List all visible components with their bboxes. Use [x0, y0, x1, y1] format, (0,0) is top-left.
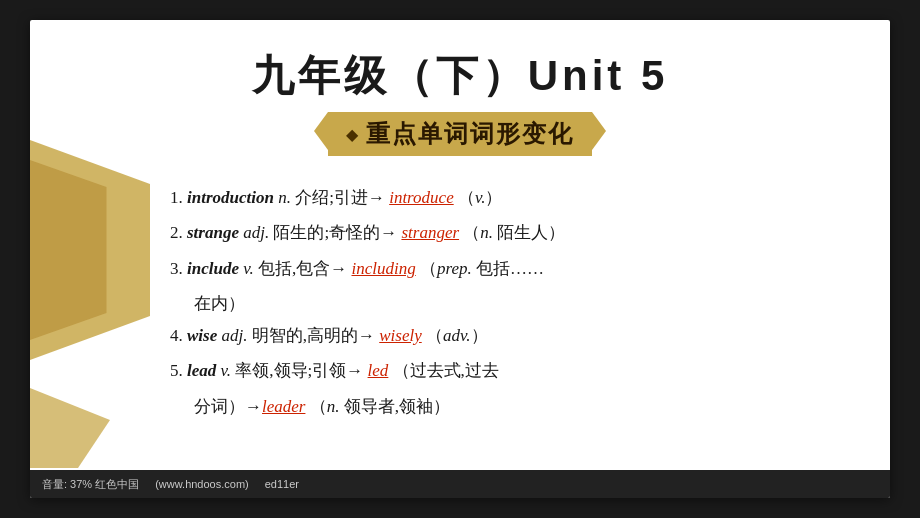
item3-pos: v. 包括,包含→ — [243, 259, 347, 278]
item5-ans-pos2: （n. 领导者,领袖） — [310, 397, 450, 416]
vocab-item-1: 1. introduction n. 介绍;引进→ introduce （v.） — [170, 182, 830, 213]
item2-pos: adj. 陌生的;奇怪的→ — [243, 223, 397, 242]
vocab-item-2: 2. strange adj. 陌生的;奇怪的→ stranger （n. 陌生… — [170, 217, 830, 248]
item4-pos: adj. 明智的,高明的→ — [221, 326, 374, 345]
vocab-item-4: 4. wise adj. 明智的,高明的→ wisely （adv.） — [170, 320, 830, 351]
status-item-volume: 音量: 37% 红色中国 — [42, 477, 139, 492]
item4-word: wise — [187, 326, 217, 345]
item4-number: 4. — [170, 326, 187, 345]
item3-word: include — [187, 259, 239, 278]
item1-word: introduction — [187, 188, 274, 207]
item3-ans-pos: （prep. 包括…… — [420, 259, 544, 278]
item2-number: 2. — [170, 223, 187, 242]
item4-ans-pos: （adv.） — [426, 326, 488, 345]
item2-answer: stranger — [401, 223, 459, 242]
item5-answer1: led — [368, 361, 389, 380]
title-area: 九年级（下）Unit 5 ◆ 重点单词词形变化 — [30, 20, 890, 164]
item5-word: lead — [187, 361, 216, 380]
status-bar: 音量: 37% 红色中国 (www.hndoos.com) ed11er — [30, 470, 890, 498]
slide: 九年级（下）Unit 5 ◆ 重点单词词形变化 1. introduction … — [30, 20, 890, 498]
item2-ans-pos: （n. 陌生人） — [463, 223, 565, 242]
item3-number: 3. — [170, 259, 187, 278]
main-title: 九年级（下）Unit 5 — [30, 48, 890, 104]
item5-continuation: 分词）→leader （n. 领导者,领袖） — [170, 391, 830, 422]
item5-ans-pos1: （过去式,过去 — [393, 361, 499, 380]
vocab-item-5: 5. lead v. 率领,领导;引领→ led （过去式,过去 — [170, 355, 830, 386]
item3-continuation: 在内） — [170, 288, 830, 319]
item5-answer2: leader — [262, 397, 305, 416]
subtitle-banner-bg: ◆ 重点单词词形变化 — [328, 112, 592, 156]
subtitle-banner: ◆ 重点单词词形变化 — [30, 112, 890, 156]
vocab-item-3: 3. include v. 包括,包含→ including （prep. 包括… — [170, 253, 830, 284]
item1-ans-pos: （v.） — [458, 188, 503, 207]
content-area: 1. introduction n. 介绍;引进→ introduce （v.）… — [30, 164, 890, 432]
item5-pos: v. 率领,领导;引领→ — [221, 361, 364, 380]
item5-number: 5. — [170, 361, 187, 380]
item2-word: strange — [187, 223, 239, 242]
subtitle-text: 重点单词词形变化 — [366, 118, 574, 150]
status-item-url: (www.hndoos.com) — [155, 478, 249, 490]
item4-answer: wisely — [379, 326, 422, 345]
item1-pos: n. 介绍;引进→ — [278, 188, 385, 207]
item3-answer: including — [352, 259, 416, 278]
item1-answer: introduce — [389, 188, 454, 207]
item1-number: 1. — [170, 188, 187, 207]
diamond-icon: ◆ — [346, 125, 358, 144]
status-item-extra: ed11er — [265, 478, 299, 490]
